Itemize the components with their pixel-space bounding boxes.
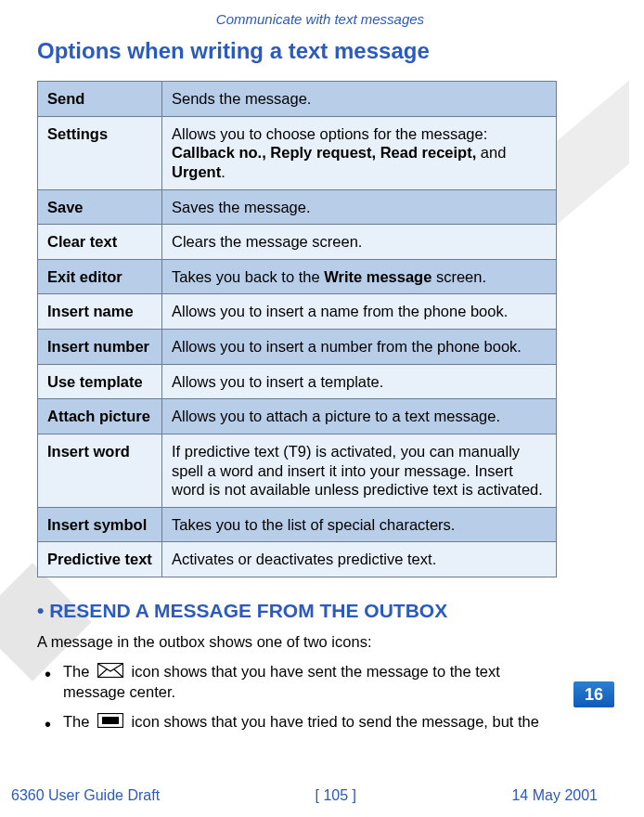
option-label: Save xyxy=(38,189,162,225)
bullet-text: icon shows that you have tried to send t… xyxy=(127,713,539,730)
option-desc: Allows you to insert a template. xyxy=(162,364,557,399)
table-row: Send Sends the message. xyxy=(38,82,557,117)
option-desc: Takes you back to the Write message scre… xyxy=(162,259,557,294)
subheading-text: RESEND A MESSAGE FROM THE OUTBOX xyxy=(44,600,447,621)
desc-text: Takes you back to the xyxy=(172,268,324,285)
table-row: Save Saves the message. xyxy=(38,189,557,225)
option-desc: Allows you to attach a picture to a text… xyxy=(162,399,557,434)
outbox-bullets: The icon shows that you have sent the me… xyxy=(37,662,552,733)
footer-right: 14 May 2001 xyxy=(511,787,598,804)
desc-text: and xyxy=(476,144,506,161)
option-desc: Activates or deactivates predictive text… xyxy=(162,542,557,577)
option-label: Exit editor xyxy=(38,259,162,294)
desc-text: screen. xyxy=(431,268,486,285)
desc-text: Allows you to choose options for the mes… xyxy=(172,125,487,142)
options-table: Send Sends the message. Settings Allows … xyxy=(37,81,557,577)
option-label: Insert name xyxy=(38,294,162,330)
page-content: Communicate with text messages Options w… xyxy=(0,0,644,733)
table-row: Insert number Allows you to insert a num… xyxy=(38,330,557,365)
option-label: Insert word xyxy=(38,434,162,507)
section-title: Options when writing a text message xyxy=(37,38,603,64)
desc-bold: Urgent xyxy=(172,163,221,180)
table-row: Insert word If predictive text (T9) is a… xyxy=(38,434,557,507)
option-label: Insert symbol xyxy=(38,507,162,542)
option-desc: Sends the message. xyxy=(162,82,557,117)
option-label: Insert number xyxy=(38,330,162,365)
bullet-text: The xyxy=(63,713,94,730)
option-label: Predictive text xyxy=(38,542,162,577)
page-footer: 6360 User Guide Draft [ 105 ] 14 May 200… xyxy=(0,787,644,804)
option-label: Attach picture xyxy=(38,399,162,434)
table-row: Attach picture Allows you to attach a pi… xyxy=(38,399,557,434)
table-row: Settings Allows you to choose options fo… xyxy=(38,116,557,189)
footer-left: 6360 User Guide Draft xyxy=(11,787,160,804)
option-desc: Allows you to insert a number from the p… xyxy=(162,330,557,365)
subheading-resend: • RESEND A MESSAGE FROM THE OUTBOX xyxy=(37,600,603,622)
svg-rect-2 xyxy=(102,717,119,724)
option-desc: Saves the message. xyxy=(162,189,557,225)
option-label: Settings xyxy=(38,116,162,189)
table-row: Clear text Clears the message screen. xyxy=(38,225,557,260)
option-label: Clear text xyxy=(38,225,162,260)
bullet-text: icon shows that you have sent the messag… xyxy=(63,663,500,700)
option-desc: Allows you to choose options for the mes… xyxy=(162,116,557,189)
option-desc: Allows you to insert a name from the pho… xyxy=(162,294,557,330)
option-desc: Clears the message screen. xyxy=(162,225,557,260)
desc-text: . xyxy=(221,163,225,180)
desc-bold: Write message xyxy=(324,268,431,285)
page-header: Communicate with text messages xyxy=(37,11,603,27)
option-label: Use template xyxy=(38,364,162,399)
option-desc: If predictive text (T9) is activated, yo… xyxy=(162,434,557,507)
list-item: The icon shows that you have tried to se… xyxy=(37,712,552,733)
table-row: Predictive text Activates or deactivates… xyxy=(38,542,557,577)
table-row: Insert name Allows you to insert a name … xyxy=(38,294,557,330)
bullet-text: The xyxy=(63,663,94,680)
option-desc: Takes you to the list of special charact… xyxy=(162,507,557,542)
table-row: Exit editor Takes you back to the Write … xyxy=(38,259,557,294)
table-row: Insert symbol Takes you to the list of s… xyxy=(38,507,557,542)
footer-center: [ 105 ] xyxy=(316,787,356,804)
envelope-sent-icon xyxy=(97,663,123,682)
list-item: The icon shows that you have sent the me… xyxy=(37,662,552,703)
envelope-failed-icon xyxy=(97,713,123,733)
table-row: Use template Allows you to insert a temp… xyxy=(38,364,557,399)
page-number-tab: 16 xyxy=(573,681,614,707)
outbox-intro-text: A message in the outbox shows one of two… xyxy=(37,633,603,651)
option-label: Send xyxy=(38,82,162,117)
desc-bold: Callback no., Reply request, Read receip… xyxy=(172,144,476,161)
